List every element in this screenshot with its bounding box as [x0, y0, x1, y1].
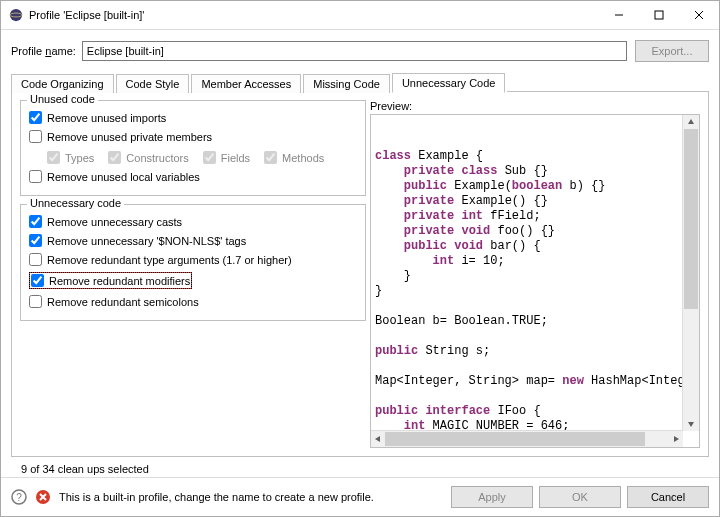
- profile-name-input[interactable]: [82, 41, 627, 61]
- vertical-scrollbar[interactable]: [682, 115, 699, 431]
- svg-marker-9: [674, 436, 679, 442]
- minimize-button[interactable]: [599, 1, 639, 29]
- chk-remove-modifiers[interactable]: Remove redundant modifiers: [30, 273, 191, 288]
- scroll-up-icon: [687, 118, 695, 126]
- tab-missing-code[interactable]: Missing Code: [303, 74, 390, 93]
- svg-point-0: [10, 9, 22, 21]
- scroll-thumb[interactable]: [385, 432, 645, 446]
- tab-bar: Code Organizing Code Style Member Access…: [11, 72, 709, 92]
- error-icon: [35, 489, 51, 505]
- preview-label: Preview:: [370, 100, 700, 112]
- tab-code-style[interactable]: Code Style: [116, 74, 190, 93]
- footer-message: This is a built-in profile, change the n…: [59, 491, 374, 503]
- profile-name-label: Profile name:: [11, 45, 76, 57]
- svg-marker-7: [688, 422, 694, 427]
- chk-constructors: Constructors: [108, 151, 188, 164]
- chk-remove-unused-locals[interactable]: Remove unused local variables: [29, 170, 357, 183]
- tab-member-accesses[interactable]: Member Accesses: [191, 74, 301, 93]
- highlight-box: Remove redundant modifiers: [29, 272, 192, 289]
- svg-rect-3: [655, 11, 663, 19]
- eclipse-icon: [9, 8, 23, 22]
- svg-text:?: ?: [16, 492, 22, 503]
- chk-remove-casts[interactable]: Remove unnecessary casts: [29, 215, 357, 228]
- help-icon[interactable]: ?: [11, 489, 27, 505]
- cancel-button[interactable]: Cancel: [627, 486, 709, 508]
- scroll-right-icon: [672, 435, 680, 443]
- chk-methods: Methods: [264, 151, 324, 164]
- ok-button[interactable]: OK: [539, 486, 621, 508]
- chk-remove-unused-private[interactable]: Remove unused private members: [29, 130, 357, 143]
- svg-marker-6: [688, 119, 694, 124]
- chk-remove-semicolons[interactable]: Remove redundant semicolons: [29, 295, 357, 308]
- horizontal-scrollbar[interactable]: [371, 430, 683, 447]
- dialog-window: Profile 'Eclipse [built-in]' Profile nam…: [0, 0, 720, 517]
- group-title: Unnecessary code: [27, 197, 124, 209]
- chk-remove-unused-imports[interactable]: Remove unused imports: [29, 111, 357, 124]
- status-text: 9 of 34 clean ups selected: [11, 457, 709, 477]
- scroll-down-icon: [687, 420, 695, 428]
- group-unused-code: Unused code Remove unused imports Remove…: [20, 100, 366, 196]
- close-button[interactable]: [679, 1, 719, 29]
- svg-marker-8: [375, 436, 380, 442]
- scroll-thumb[interactable]: [684, 129, 698, 309]
- chk-remove-typeargs[interactable]: Remove redundant type arguments (1.7 or …: [29, 253, 357, 266]
- tab-code-organizing[interactable]: Code Organizing: [11, 74, 114, 93]
- titlebar: Profile 'Eclipse [built-in]': [1, 1, 719, 30]
- maximize-button[interactable]: [639, 1, 679, 29]
- group-title: Unused code: [27, 93, 98, 105]
- window-title: Profile 'Eclipse [built-in]': [29, 9, 599, 21]
- chk-remove-nls[interactable]: Remove unnecessary '$NON-NLS$' tags: [29, 234, 357, 247]
- apply-button[interactable]: Apply: [451, 486, 533, 508]
- preview-pane: class Example { private class Sub {} pub…: [370, 114, 700, 448]
- chk-types: Types: [47, 151, 94, 164]
- group-unnecessary-code: Unnecessary code Remove unnecessary cast…: [20, 204, 366, 321]
- preview-code: class Example { private class Sub {} pub…: [375, 149, 699, 448]
- export-button[interactable]: Export...: [635, 40, 709, 62]
- scroll-left-icon: [374, 435, 382, 443]
- tab-unnecessary-code[interactable]: Unnecessary Code: [392, 73, 506, 93]
- chk-fields: Fields: [203, 151, 250, 164]
